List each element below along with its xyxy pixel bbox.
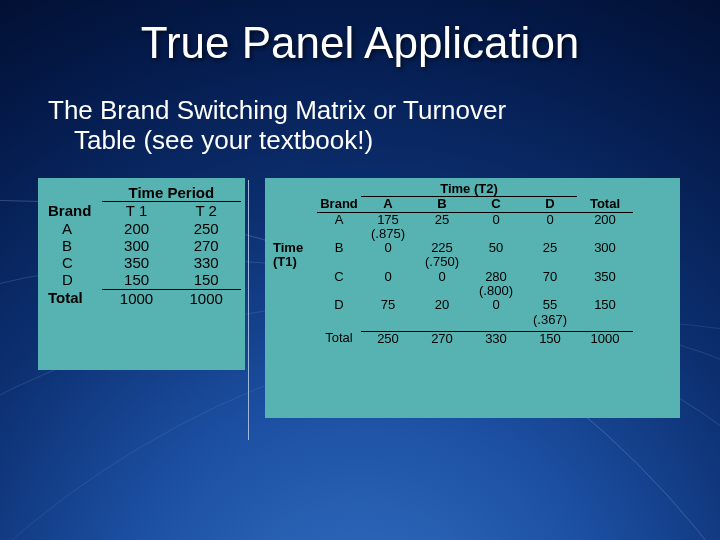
left-cell: 150 — [102, 271, 172, 288]
table-row: D 75 20 0 55 150 — [269, 298, 676, 312]
left-cell: 200 — [102, 220, 172, 237]
right-header-time-t2: Time (T2) — [361, 182, 577, 197]
right-row-brand: A — [317, 213, 361, 227]
left-header-time-period: Time Period — [102, 184, 241, 202]
right-total-label: Total — [317, 331, 361, 346]
right-cell: 0 — [361, 241, 415, 255]
right-col-b: B — [415, 197, 469, 212]
table-row: A 175 25 0 0 200 — [269, 213, 676, 227]
table-row: D 150 150 — [42, 271, 241, 288]
right-cell-paren: (.750) — [415, 255, 469, 269]
table-row-total: Total 250 270 330 150 1000 — [269, 331, 676, 346]
left-cell: 250 — [171, 220, 241, 237]
table-row: C 0 0 280 70 350 — [269, 270, 676, 284]
table-row-paren: (.875) — [269, 227, 676, 241]
right-cell: 0 — [523, 213, 577, 227]
right-cell-paren: (.367) — [523, 313, 577, 327]
right-col-c: C — [469, 197, 523, 212]
right-row-brand: B — [317, 241, 361, 255]
right-side-label-time: Time — [269, 241, 317, 255]
right-cell-total: 350 — [577, 270, 633, 284]
slide: True Panel Application The Brand Switchi… — [0, 0, 720, 540]
left-cell: 350 — [102, 254, 172, 271]
right-row-brand: D — [317, 298, 361, 312]
right-row-brand: C — [317, 270, 361, 284]
left-table: Time Period Brand T 1 T 2 A 200 250 B 30… — [38, 178, 245, 370]
right-cell: 20 — [415, 298, 469, 312]
vertical-divider — [248, 180, 249, 440]
left-col-t1: T 1 — [102, 202, 172, 219]
left-cell: 270 — [171, 237, 241, 254]
left-brand-label: A — [42, 220, 102, 237]
subtitle-line-2: Table (see your textbook!) — [48, 126, 672, 156]
right-cell: 70 — [523, 270, 577, 284]
right-cell: 75 — [361, 298, 415, 312]
right-total-all: 1000 — [577, 331, 633, 346]
left-cell: 330 — [171, 254, 241, 271]
subtitle-line-1: The Brand Switching Matrix or Turnover — [48, 96, 672, 126]
right-cell: 0 — [469, 213, 523, 227]
table-row: A 200 250 — [42, 220, 241, 237]
right-cell: 280 — [469, 270, 523, 284]
left-brand-label: B — [42, 237, 102, 254]
left-total-label: Total — [42, 289, 102, 307]
left-total-t2: 1000 — [171, 289, 241, 307]
right-cell: 0 — [415, 270, 469, 284]
right-cell: 25 — [415, 213, 469, 227]
right-col-total: Total — [577, 197, 633, 212]
right-cell-total: 150 — [577, 298, 633, 312]
right-total-c: 330 — [469, 331, 523, 346]
right-total-b: 270 — [415, 331, 469, 346]
right-total-d: 150 — [523, 331, 577, 346]
right-cell-paren: (.800) — [469, 284, 523, 298]
left-total-t1: 1000 — [102, 289, 172, 307]
right-cell: 55 — [523, 298, 577, 312]
right-cell-total: 300 — [577, 241, 633, 255]
right-cell: 175 — [361, 213, 415, 227]
table-row-paren: (T1) (.750) — [269, 255, 676, 269]
left-col-t2: T 2 — [171, 202, 241, 219]
right-cell: 0 — [361, 270, 415, 284]
left-header-brand: Brand — [42, 202, 102, 219]
right-col-brand: Brand — [317, 197, 361, 212]
left-brand-label: D — [42, 271, 102, 288]
right-cell: 225 — [415, 241, 469, 255]
right-cell: 25 — [523, 241, 577, 255]
right-table: Time (T2) Brand A B C D Total A 175 25 0… — [265, 178, 680, 418]
right-cell-total: 200 — [577, 213, 633, 227]
right-col-a: A — [361, 197, 415, 212]
right-side-label-t1: (T1) — [269, 255, 317, 269]
right-cell: 50 — [469, 241, 523, 255]
left-cell: 300 — [102, 237, 172, 254]
table-row: C 350 330 — [42, 254, 241, 271]
left-cell: 150 — [171, 271, 241, 288]
slide-subtitle: The Brand Switching Matrix or Turnover T… — [48, 96, 672, 156]
right-col-d: D — [523, 197, 577, 212]
table-row: Time B 0 225 50 25 300 — [269, 241, 676, 255]
slide-title: True Panel Application — [0, 18, 720, 68]
table-row-paren: (.367) — [269, 313, 676, 327]
table-row: B 300 270 — [42, 237, 241, 254]
table-row-total: Total 1000 1000 — [42, 289, 241, 307]
right-cell-paren: (.875) — [361, 227, 415, 241]
right-cell: 0 — [469, 298, 523, 312]
table-row-paren: (.800) — [269, 284, 676, 298]
right-total-a: 250 — [361, 331, 415, 346]
left-brand-label: C — [42, 254, 102, 271]
